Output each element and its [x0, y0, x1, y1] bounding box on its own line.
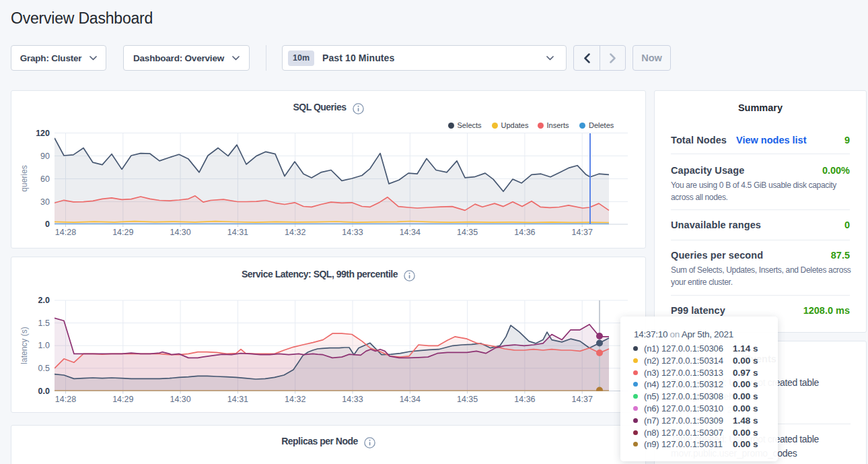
svg-text:14:29: 14:29 [112, 395, 133, 404]
svg-text:1.0: 1.0 [38, 341, 50, 350]
svg-text:14:37: 14:37 [572, 395, 593, 404]
svg-text:2.0: 2.0 [38, 296, 50, 305]
svg-text:14:32: 14:32 [285, 228, 305, 237]
svg-text:14:35: 14:35 [457, 228, 478, 237]
svg-text:14:30: 14:30 [170, 395, 190, 404]
svg-text:90: 90 [40, 152, 50, 161]
svg-text:14:31: 14:31 [227, 228, 248, 237]
svg-text:0.5: 0.5 [38, 364, 50, 373]
svg-text:14:32: 14:32 [285, 395, 305, 404]
svg-text:14:33: 14:33 [342, 228, 363, 237]
svg-text:14:35: 14:35 [457, 395, 478, 404]
svg-text:60: 60 [40, 174, 50, 184]
svg-text:0: 0 [45, 220, 50, 229]
svg-text:14:28: 14:28 [55, 228, 76, 237]
svg-text:30: 30 [40, 197, 50, 207]
svg-text:14:34: 14:34 [400, 395, 421, 404]
svg-text:1.5: 1.5 [38, 319, 50, 328]
svg-text:0.0: 0.0 [38, 387, 50, 396]
svg-text:14:29: 14:29 [112, 228, 133, 237]
svg-text:14:31: 14:31 [227, 395, 248, 404]
svg-text:120: 120 [36, 129, 50, 138]
svg-text:14:37: 14:37 [572, 228, 593, 237]
svg-text:14:36: 14:36 [514, 228, 535, 237]
svg-text:14:33: 14:33 [342, 395, 363, 404]
svg-text:14:28: 14:28 [55, 395, 76, 404]
svg-text:queries: queries [20, 165, 29, 191]
svg-text:14:36: 14:36 [514, 395, 535, 404]
svg-text:14:30: 14:30 [170, 228, 190, 237]
svg-text:latency (s): latency (s) [20, 327, 29, 364]
svg-text:14:34: 14:34 [400, 228, 421, 237]
